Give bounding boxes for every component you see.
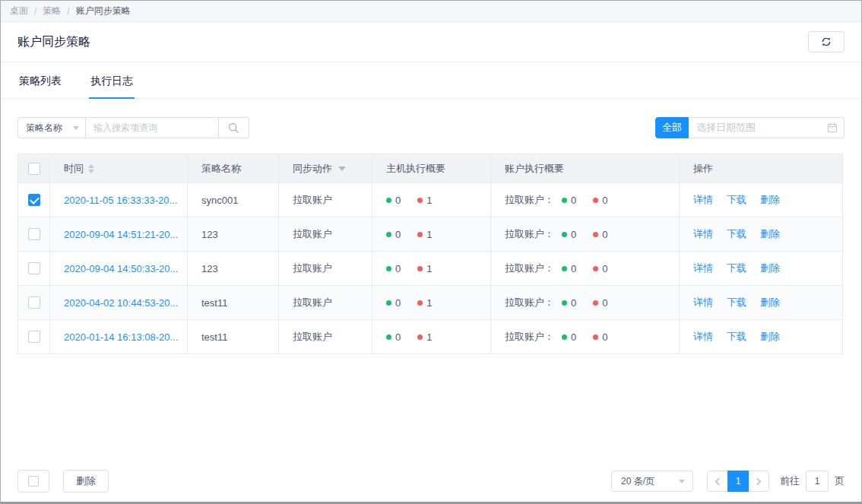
breadcrumb-item-desktop[interactable]: 桌面 [10, 5, 28, 17]
next-page-button[interactable] [748, 471, 769, 492]
column-header-time: 时间 [64, 162, 84, 176]
fail-count: 0 [593, 297, 607, 309]
download-link[interactable]: 下载 [727, 331, 746, 342]
log-time-link[interactable]: 2020-09-04 14:50:33-20... [64, 263, 178, 274]
green-dot-icon [386, 334, 391, 340]
delete-link[interactable]: 删除 [760, 296, 780, 308]
delete-link[interactable]: 删除 [760, 228, 780, 239]
delete-button[interactable]: 删除 [63, 470, 109, 493]
fail-count: 1 [417, 229, 432, 240]
search-input[interactable] [86, 117, 219, 138]
search-button[interactable] [219, 117, 249, 138]
success-count: 0 [562, 263, 576, 274]
success-count: 0 [562, 195, 576, 206]
breadcrumb-item-policy[interactable]: 策略 [43, 5, 61, 17]
tab-execution-log[interactable]: 执行日志 [89, 74, 135, 98]
search-icon [228, 122, 239, 134]
red-dot-icon [417, 334, 423, 340]
policy-name-cell: 123 [188, 252, 279, 286]
header-select-all-checkbox[interactable] [28, 163, 40, 175]
column-header-sync-action: 同步动作 [293, 162, 332, 176]
account-summary-cell: 拉取账户：00 [491, 217, 680, 252]
red-dot-icon [417, 300, 423, 306]
content-spacer [1, 354, 861, 470]
download-link[interactable]: 下载 [727, 228, 746, 239]
log-time-link[interactable]: 2020-04-02 10:44:53-20... [64, 297, 178, 309]
download-link[interactable]: 下载 [727, 194, 746, 205]
row-checkbox[interactable] [28, 296, 40, 309]
log-time-link[interactable]: 2020-11-05 16:33:33-20... [64, 195, 177, 206]
green-dot-icon [562, 266, 567, 271]
select-all-button[interactable] [17, 470, 49, 493]
detail-link[interactable]: 详情 [693, 331, 713, 342]
page-unit-label: 页 [835, 474, 845, 488]
host-summary-cell: 01 [372, 286, 491, 320]
red-dot-icon [593, 232, 598, 237]
search-field-select[interactable]: 策略名称 [17, 117, 86, 138]
breadcrumb-separator: / [67, 6, 69, 17]
column-header-host-summary: 主机执行概要 [386, 163, 445, 174]
row-checkbox[interactable] [28, 194, 40, 206]
download-link[interactable]: 下载 [727, 296, 746, 308]
actions-cell: 详情下载删除 [680, 252, 843, 286]
page-size-select[interactable]: 20 条/页 [611, 471, 693, 492]
sync-action-cell: 拉取账户 [279, 252, 372, 286]
green-dot-icon [386, 198, 391, 203]
red-dot-icon [417, 198, 423, 203]
row-checkbox[interactable] [28, 228, 40, 240]
tab-bar: 策略列表 执行日志 [1, 62, 861, 99]
delete-link[interactable]: 删除 [760, 331, 780, 342]
table-row: 2020-04-02 10:44:53-20...test11拉取账户01拉取账… [18, 286, 843, 320]
detail-link[interactable]: 详情 [693, 228, 713, 239]
green-dot-icon [562, 334, 567, 340]
sort-icon[interactable] [88, 164, 94, 173]
account-summary-cell: 拉取账户：00 [491, 252, 680, 286]
policy-name-cell: test11 [188, 320, 279, 354]
fail-count: 1 [417, 331, 432, 343]
refresh-button[interactable] [808, 31, 845, 52]
chevron-down-icon [73, 126, 79, 130]
detail-link[interactable]: 详情 [693, 194, 713, 205]
account-summary-prefix: 拉取账户： [505, 228, 554, 239]
fail-count: 1 [417, 297, 432, 309]
success-count: 0 [386, 297, 401, 309]
prev-page-button[interactable] [707, 471, 728, 492]
breadcrumb-item-current: 账户同步策略 [76, 5, 131, 17]
current-page-button[interactable]: 1 [727, 471, 749, 492]
detail-link[interactable]: 详情 [693, 296, 713, 308]
log-time-link[interactable]: 2020-09-04 14:51:21-20... [64, 229, 178, 240]
tab-policy-list[interactable]: 策略列表 [17, 74, 63, 98]
table-row: 2020-09-04 14:50:33-20...123拉取账户01拉取账户：0… [18, 252, 843, 286]
red-dot-icon [593, 266, 598, 271]
column-filter-icon[interactable] [338, 166, 346, 171]
green-dot-icon [386, 300, 391, 306]
success-count: 0 [562, 297, 576, 309]
detail-link[interactable]: 详情 [693, 262, 713, 274]
red-dot-icon [593, 334, 598, 340]
breadcrumb: 桌面 / 策略 / 账户同步策略 [1, 1, 861, 22]
column-header-actions: 操作 [693, 163, 713, 174]
row-checkbox[interactable] [28, 331, 40, 343]
delete-link[interactable]: 删除 [760, 194, 780, 205]
red-dot-icon [417, 232, 423, 237]
select-all-checkbox[interactable] [28, 476, 39, 487]
success-count: 0 [562, 331, 576, 343]
chevron-right-icon [754, 477, 762, 485]
app-window: 桌面 / 策略 / 账户同步策略 账户同步策略 策略列表 执行日志 策略名称 [0, 0, 862, 504]
account-summary-cell: 拉取账户：00 [491, 286, 680, 320]
delete-link[interactable]: 删除 [760, 262, 780, 274]
host-summary-cell: 01 [372, 320, 491, 354]
row-checkbox[interactable] [28, 262, 40, 274]
log-table: 时间 策略名称 同步动作 主机执行概要 账户执行概要 操作 [17, 154, 843, 354]
filter-bar: 策略名称 全部 选择日期范围 [17, 117, 845, 138]
log-time-link[interactable]: 2020-01-14 16:13:08-20... [64, 331, 178, 343]
fail-count: 0 [593, 195, 607, 206]
policy-name-cell: sync001 [188, 183, 279, 217]
all-button[interactable]: 全部 [655, 117, 689, 138]
download-link[interactable]: 下载 [727, 262, 746, 274]
goto-page-input[interactable] [806, 471, 829, 492]
title-bar: 账户同步策略 [1, 22, 861, 62]
date-range-input[interactable]: 选择日期范围 [689, 117, 845, 138]
chevron-down-icon [679, 480, 685, 483]
footer-left: 删除 [17, 470, 109, 493]
